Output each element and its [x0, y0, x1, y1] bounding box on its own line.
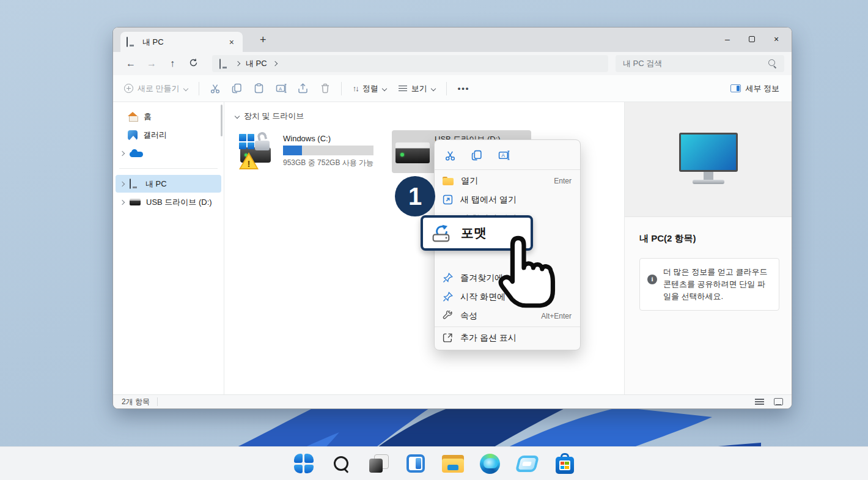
menu-item-open-new-tab[interactable]: 새 탭에서 열기: [435, 190, 580, 209]
preview-area: [625, 102, 792, 217]
more-commands-button[interactable]: •••: [452, 84, 476, 93]
menu-item-label: 추가 옵션 표시: [460, 333, 517, 344]
edge-button[interactable]: [478, 451, 502, 476]
view-button[interactable]: 보기: [392, 83, 441, 94]
my-pc-icon: [127, 37, 137, 46]
usb-drive-icon: [130, 199, 141, 205]
up-button[interactable]: ↑: [162, 58, 183, 69]
search-icon: [768, 59, 777, 68]
menu-item-label: 속성: [460, 311, 477, 322]
menu-item-label: 새 탭에서 열기: [460, 194, 517, 205]
cut-icon[interactable]: [440, 147, 460, 164]
breadcrumb[interactable]: 내 PC: [212, 55, 608, 72]
chevron-down-icon: [235, 114, 240, 119]
usb-drive-icon: [395, 142, 430, 163]
info-text: 더 많은 정보를 얻고 클라우드 콘텐츠를 공유하려면 단일 파일을 선택하세요…: [663, 266, 771, 303]
chevron-right-icon: [120, 199, 125, 204]
back-button[interactable]: ←: [120, 58, 141, 69]
forward-button[interactable]: →: [141, 58, 162, 69]
sidebar-item-my-pc[interactable]: 내 PC: [116, 175, 221, 193]
new-button-label: 새로 만들기: [138, 83, 180, 94]
close-button[interactable]: ×: [767, 31, 785, 47]
details-view-icon[interactable]: [755, 397, 764, 406]
large-icons-view-icon[interactable]: [774, 398, 783, 405]
tab-close-icon[interactable]: ×: [227, 37, 237, 47]
app-window-button[interactable]: [515, 451, 540, 476]
chevron-right-icon: [235, 61, 240, 66]
svg-text:A: A: [501, 152, 505, 158]
details-pane-button[interactable]: 세부 정보: [724, 83, 785, 94]
gallery-icon: [128, 130, 138, 140]
drive-tile-windows-c[interactable]: ! Windows (C:) 953GB 중 752GB 사용 가능: [235, 130, 375, 173]
chevron-right-icon: [120, 181, 125, 186]
items-count: 2개 항목: [122, 397, 150, 407]
windows-drive-icon: !: [239, 134, 278, 169]
menu-item-show-more-options[interactable]: 추가 옵션 표시: [435, 328, 580, 347]
show-more-options-icon: [443, 333, 453, 343]
task-view-button[interactable]: [366, 451, 391, 476]
maximize-button[interactable]: [743, 31, 761, 47]
my-pc-icon: [130, 179, 140, 188]
folder-icon: [443, 177, 454, 185]
sidebar-item-gallery[interactable]: 갤러리: [116, 126, 221, 144]
sidebar-item-usb-drive[interactable]: USB 드라이브 (D:): [116, 193, 221, 211]
status-divider: [157, 397, 158, 406]
sidebar-item-label: 내 PC: [145, 179, 167, 190]
tab-my-pc[interactable]: 내 PC ×: [120, 32, 243, 52]
window-controls: – ×: [718, 31, 785, 47]
address-bar: ← → ↑ 내 PC 내 PC 검색: [113, 52, 792, 75]
microsoft-store-icon: [554, 453, 575, 474]
search-icon: [334, 456, 348, 471]
rename-icon[interactable]: A: [493, 147, 514, 164]
view-button-label: 보기: [411, 83, 427, 94]
plus-circle-icon: [124, 84, 133, 93]
drive-usage-bar: [283, 146, 373, 155]
windows-logo-icon: [239, 134, 254, 149]
navigation-pane: 홈 갤러리 내 PC U: [113, 102, 224, 394]
copy-button[interactable]: [226, 83, 248, 94]
widgets-button[interactable]: [403, 451, 428, 476]
start-button[interactable]: [292, 451, 316, 476]
tab-title: 내 PC: [142, 37, 164, 48]
delete-button[interactable]: [314, 83, 336, 94]
new-tab-button[interactable]: +: [255, 34, 271, 46]
sidebar-item-label: 갤러리: [143, 130, 167, 141]
sidebar-item-label: 홈: [144, 111, 152, 122]
search-input[interactable]: 내 PC 검색: [616, 55, 784, 72]
cut-button[interactable]: [204, 83, 226, 94]
chevron-down-icon: [381, 86, 386, 90]
desktop: 내 PC × + – × ← → ↑ 내 PC: [0, 0, 868, 480]
toolbar-divider: [199, 82, 199, 95]
chevron-right-icon: [120, 150, 125, 155]
group-header-label: 장치 및 드라이브: [244, 111, 304, 122]
microsoft-store-button[interactable]: [553, 451, 577, 476]
breadcrumb-item[interactable]: 내 PC: [246, 58, 267, 69]
tab-bar: 내 PC × + – ×: [113, 28, 792, 52]
paste-button[interactable]: [248, 83, 270, 94]
sort-button[interactable]: ↑↓ 정렬: [347, 83, 392, 94]
sidebar-item-onedrive[interactable]: [116, 144, 221, 162]
sidebar-item-home[interactable]: 홈: [116, 108, 221, 125]
details-pane-icon: [730, 84, 741, 92]
search-button[interactable]: [329, 451, 353, 476]
widgets-icon: [406, 454, 425, 473]
chevron-down-icon: [430, 86, 435, 90]
step-1-badge: 1: [395, 176, 435, 216]
menu-item-open[interactable]: 열기 Enter: [435, 171, 580, 190]
new-button[interactable]: 새로 만들기: [118, 83, 194, 94]
rename-button[interactable]: A: [270, 83, 292, 94]
group-header-devices-drives[interactable]: 장치 및 드라이브: [235, 111, 624, 122]
copy-icon[interactable]: [466, 147, 487, 164]
pin-icon: [443, 292, 453, 302]
file-explorer-button[interactable]: [441, 451, 465, 476]
file-explorer-icon: [442, 455, 464, 473]
share-button[interactable]: [292, 83, 314, 94]
this-pc-icon: [219, 59, 230, 68]
minimize-button[interactable]: –: [718, 31, 737, 47]
details-pane-label: 세부 정보: [745, 83, 779, 94]
svg-text:A: A: [279, 86, 282, 92]
search-placeholder: 내 PC 검색: [623, 58, 662, 69]
sidebar-scrollbar[interactable]: [221, 105, 223, 136]
open-new-tab-icon: [443, 194, 453, 205]
refresh-button[interactable]: [183, 58, 204, 70]
